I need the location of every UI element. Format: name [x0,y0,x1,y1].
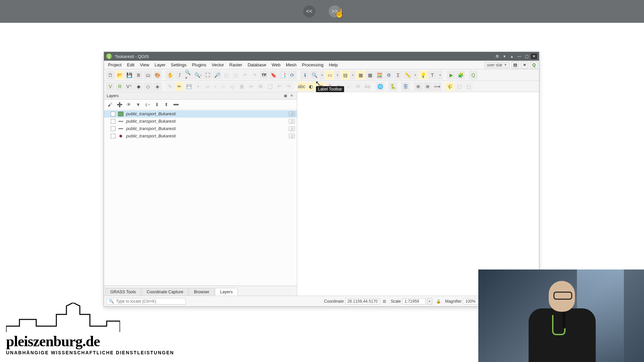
label-rotate-icon[interactable]: ⟲ [354,82,362,91]
zoom-last-icon[interactable]: ↶ [241,71,250,79]
layer-item[interactable]: public_transport_Bukaresti ◫ [104,125,297,132]
window-close-button[interactable]: ✕ [531,54,537,59]
layer-item[interactable]: public_transport_Bukaresti ◫ [104,118,297,125]
qgis-home-button[interactable]: Q [530,61,538,69]
menu-help[interactable]: Help [326,62,340,67]
toolbar-button-b[interactable]: ≡ [521,61,528,69]
select-value-dd-icon[interactable]: ▾ [350,71,356,79]
open-table-icon[interactable]: ▦ [366,71,374,79]
menu-view[interactable]: View [137,62,152,67]
menu-web[interactable]: Web [269,62,283,67]
layer-visibility-checkbox[interactable] [111,134,115,138]
move-feature-icon[interactable]: ↔ [219,82,227,91]
layer-visibility-checkbox[interactable] [111,126,115,131]
window-settings-button[interactable]: ⚙ [494,54,500,59]
menu-raster[interactable]: Raster [227,62,245,67]
toolbar-button-a[interactable]: ▤ [512,61,519,69]
pan-icon[interactable]: ✋ [166,71,174,79]
add-group-button[interactable]: ➕ [115,101,123,109]
paste-features-icon[interactable]: 📋 [266,82,274,91]
new-geopackage-icon[interactable]: ◆ [134,82,143,91]
layer-style-button[interactable]: 🖌 [106,101,114,109]
remove-layer-button[interactable]: ➖ [172,101,180,109]
toggle-extents-icon[interactable]: ⊞ [381,298,387,304]
add-vector-layer-icon[interactable]: V [106,82,115,91]
window-shade-button[interactable]: ▾ [501,54,507,59]
new-map-view-icon[interactable]: 🗺 [260,71,268,79]
add-feature-icon[interactable]: • [194,82,203,91]
python-console-icon[interactable]: ▶ [447,71,455,79]
quick-search-icon[interactable]: Q [469,71,478,79]
new-bookmarks-icon[interactable]: 🔖 [269,71,278,79]
menu-vector[interactable]: Vector [209,62,227,67]
vertex-tool-icon[interactable]: ◇ [228,82,237,91]
measure-dd-icon[interactable]: ▾ [413,71,418,79]
snap-options-icon[interactable]: ⊗ [423,82,432,91]
layer-item[interactable]: public_transport_Bukaresti ◫ [104,110,297,118]
expand-all-button[interactable]: ⬇ [153,101,161,109]
undo-icon[interactable]: ↶ [275,82,284,91]
scale-dropdown[interactable]: ▾ [427,298,432,305]
menu-settings[interactable]: Settings [168,62,189,67]
tab-browser[interactable]: Browser [189,288,214,296]
zoom-layer-icon[interactable]: ◻ [222,71,231,79]
menu-database[interactable]: Database [245,62,269,67]
plugin-icon[interactable]: 🧩 [456,71,465,79]
zoom-full-icon[interactable]: ⛶ [203,71,212,79]
annotation-icon[interactable]: T [428,71,437,79]
toggle-editing-icon[interactable]: ✏ [175,82,184,91]
panel-float-button[interactable]: ▣ [283,93,288,99]
map-canvas[interactable] [297,92,539,296]
zoom-out-icon[interactable]: 🔍- [194,71,203,79]
lock-scale-icon[interactable]: 🔒 [436,298,442,304]
map-tips-icon[interactable]: 💡 [419,71,427,79]
pan-to-selection-icon[interactable]: ⤴ [175,71,184,79]
style-manager-icon[interactable]: 🎨 [153,71,162,79]
filter-legend-button[interactable]: ▼ [134,101,142,109]
label-change-icon[interactable]: Aa [363,82,372,91]
menu-mesh[interactable]: Mesh [283,62,299,67]
tab-layers[interactable]: Layers [215,288,238,296]
save-edits-icon[interactable]: 💾 [184,82,193,91]
cut-features-icon[interactable]: ✂ [247,82,256,91]
redo-icon[interactable]: ↷ [284,82,293,91]
prev-slide-button[interactable]: << [303,5,315,17]
layer-item[interactable]: public_transport_Bukaresti ◫ [104,132,297,140]
snap-icon[interactable]: ⊕ [414,82,423,91]
layer-visibility-checkbox[interactable] [111,112,115,116]
label-diagram-icon[interactable]: ◐ [307,82,315,91]
open-project-icon[interactable]: 📂 [115,71,124,79]
new-vector-layer-icon[interactable]: V⁺ [125,82,133,91]
select-features-icon[interactable]: ▭ [325,71,334,79]
window-minimize-button[interactable]: — [516,54,522,59]
tab-coordinate-capture[interactable]: Coordinate Capture [142,288,188,296]
add-raster-layer-icon[interactable]: R [115,82,124,91]
window-rollup-button[interactable]: ▴ [509,54,515,59]
deselect-icon[interactable]: ▦ [356,71,365,79]
grass-new-mapset-icon[interactable]: ▢ [464,82,473,91]
select-dd-icon[interactable]: ▾ [335,71,340,79]
python-icon[interactable]: 🐍 [388,82,397,91]
measure-line-icon[interactable]: 📏 [403,71,412,79]
grass-region-icon[interactable]: ▢ [455,82,464,91]
panel-close-button[interactable]: ✕ [289,93,294,99]
identify-icon[interactable]: ℹ [301,71,309,79]
delete-selected-icon[interactable]: 🗑 [237,82,246,91]
add-polygon-icon[interactable]: ▱ [203,82,212,91]
toolbox-icon[interactable]: ⚙ [384,71,393,79]
menu-plugins[interactable]: Plugins [189,62,209,67]
zoom-selection-icon[interactable]: 🔎 [213,71,221,79]
new-project-icon[interactable]: 🗋 [106,71,115,79]
next-slide-button[interactable]: >> [329,5,341,17]
label-move-icon[interactable]: ↔ [344,82,353,91]
zoom-native-icon[interactable]: ◻ [231,71,240,79]
label-layer-icon[interactable]: abc [297,82,306,91]
current-edits-icon[interactable]: ✎ [166,82,174,91]
zoom-next-icon[interactable]: ↷ [250,71,259,79]
identify-mode-icon[interactable]: 🔍 [310,71,319,79]
window-maximize-button[interactable]: ▢ [524,54,530,59]
digitize-dd-icon[interactable]: ▾ [213,82,218,91]
refresh-icon[interactable]: ⟳ [288,71,297,79]
identify-dd-icon[interactable]: ▾ [319,71,325,79]
filter-expression-button[interactable]: ε [144,101,152,109]
